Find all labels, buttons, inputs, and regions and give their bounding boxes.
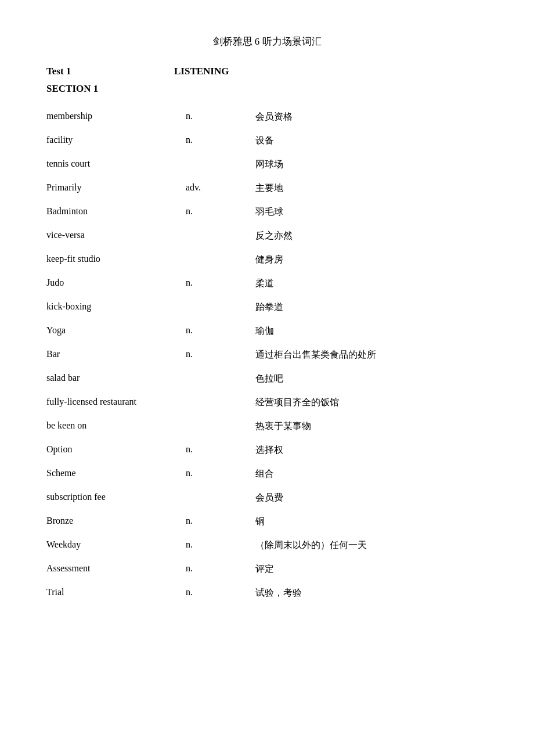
vocab-zh: 通过柜台出售某类食品的处所 — [255, 343, 488, 367]
vocab-row: tennis court网球场 — [46, 153, 488, 177]
vocab-row: Badmintonn.羽毛球 — [46, 200, 488, 224]
vocab-zh: 反之亦然 — [255, 224, 488, 248]
vocab-word: Assessment — [46, 557, 186, 581]
page-title: 剑桥雅思 6 听力场景词汇 — [46, 35, 488, 48]
vocab-pos: n. — [186, 557, 255, 581]
vocab-word: Primarily — [46, 177, 186, 200]
vocab-pos: n. — [186, 129, 255, 153]
vocab-zh: 网球场 — [255, 153, 488, 177]
vocab-row: salad bar色拉吧 — [46, 367, 488, 391]
vocab-word: keep-fit studio — [46, 248, 186, 272]
vocab-pos: n. — [186, 343, 255, 367]
vocab-zh: 组合 — [255, 462, 488, 486]
vocab-pos: n. — [186, 510, 255, 534]
vocab-pos — [186, 153, 255, 177]
vocab-row: vice-versa反之亦然 — [46, 224, 488, 248]
vocab-pos: n. — [186, 534, 255, 557]
vocab-word: be keen on — [46, 415, 186, 438]
vocab-pos: n. — [186, 319, 255, 343]
vocab-word: subscription fee — [46, 486, 186, 510]
vocab-word: Bronze — [46, 510, 186, 534]
vocab-table: membershipn.会员资格facilityn.设备tennis court… — [46, 105, 488, 605]
vocab-zh: 会员费 — [255, 486, 488, 510]
vocab-pos — [186, 486, 255, 510]
vocab-zh: （除周末以外的）任何一天 — [255, 534, 488, 557]
vocab-zh: 柔道 — [255, 272, 488, 296]
vocab-row: facilityn.设备 — [46, 129, 488, 153]
vocab-pos — [186, 415, 255, 438]
vocab-zh: 铜 — [255, 510, 488, 534]
vocab-zh: 会员资格 — [255, 105, 488, 129]
vocab-word: Trial — [46, 581, 186, 605]
vocab-zh: 跆拳道 — [255, 296, 488, 319]
vocab-pos: n. — [186, 272, 255, 296]
vocab-pos: n. — [186, 438, 255, 462]
vocab-zh: 主要地 — [255, 177, 488, 200]
vocab-zh: 经营项目齐全的饭馆 — [255, 391, 488, 415]
vocab-word: fully-licensed restaurant — [46, 391, 186, 415]
vocab-row: Assessmentn.评定 — [46, 557, 488, 581]
vocab-row: fully-licensed restaurant经营项目齐全的饭馆 — [46, 391, 488, 415]
vocab-zh: 热衷于某事物 — [255, 415, 488, 438]
vocab-zh: 羽毛球 — [255, 200, 488, 224]
vocab-pos: n. — [186, 581, 255, 605]
vocab-word: Yoga — [46, 319, 186, 343]
vocab-row: Yogan.瑜伽 — [46, 319, 488, 343]
vocab-row: Schemen.组合 — [46, 462, 488, 486]
vocab-row: subscription fee会员费 — [46, 486, 488, 510]
vocab-word: vice-versa — [46, 224, 186, 248]
vocab-row: Optionn.选择权 — [46, 438, 488, 462]
vocab-pos: adv. — [186, 177, 255, 200]
vocab-pos — [186, 391, 255, 415]
listening-label: LISTENING — [174, 66, 229, 77]
vocab-word: Badminton — [46, 200, 186, 224]
vocab-row: be keen on热衷于某事物 — [46, 415, 488, 438]
vocab-row: Primarilyadv.主要地 — [46, 177, 488, 200]
vocab-zh: 试验，考验 — [255, 581, 488, 605]
vocab-row: membershipn.会员资格 — [46, 105, 488, 129]
vocab-pos — [186, 248, 255, 272]
vocab-word: membership — [46, 105, 186, 129]
vocab-word: Scheme — [46, 462, 186, 486]
vocab-row: Barn.通过柜台出售某类食品的处所 — [46, 343, 488, 367]
test-label: Test 1 — [46, 66, 174, 77]
vocab-zh: 设备 — [255, 129, 488, 153]
vocab-pos: n. — [186, 200, 255, 224]
vocab-pos: n. — [186, 462, 255, 486]
vocab-word: facility — [46, 129, 186, 153]
vocab-zh: 选择权 — [255, 438, 488, 462]
vocab-pos: n. — [186, 105, 255, 129]
vocab-word: Weekday — [46, 534, 186, 557]
vocab-zh: 瑜伽 — [255, 319, 488, 343]
vocab-word: tennis court — [46, 153, 186, 177]
vocab-row: Bronzen.铜 — [46, 510, 488, 534]
vocab-row: Weekdayn.（除周末以外的）任何一天 — [46, 534, 488, 557]
vocab-zh: 色拉吧 — [255, 367, 488, 391]
vocab-row: kick-boxing跆拳道 — [46, 296, 488, 319]
vocab-row: keep-fit studio健身房 — [46, 248, 488, 272]
vocab-word: salad bar — [46, 367, 186, 391]
vocab-zh: 评定 — [255, 557, 488, 581]
vocab-word: Judo — [46, 272, 186, 296]
vocab-zh: 健身房 — [255, 248, 488, 272]
vocab-row: Trialn.试验，考验 — [46, 581, 488, 605]
vocab-pos — [186, 367, 255, 391]
vocab-word: kick-boxing — [46, 296, 186, 319]
vocab-pos — [186, 224, 255, 248]
vocab-row: Judon.柔道 — [46, 272, 488, 296]
section-label: SECTION 1 — [46, 83, 488, 95]
vocab-word: Bar — [46, 343, 186, 367]
vocab-pos — [186, 296, 255, 319]
vocab-word: Option — [46, 438, 186, 462]
